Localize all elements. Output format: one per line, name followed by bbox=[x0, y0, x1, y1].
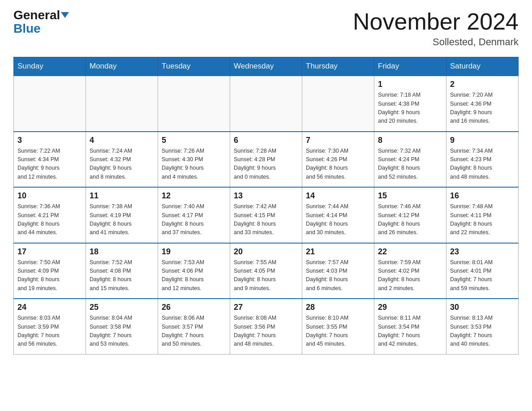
day-number: 19 bbox=[162, 247, 226, 257]
calendar-cell bbox=[302, 76, 374, 132]
calendar-cell: 15Sunrise: 7:46 AM Sunset: 4:12 PM Dayli… bbox=[374, 187, 446, 243]
day-info: Sunrise: 7:40 AM Sunset: 4:17 PM Dayligh… bbox=[162, 202, 226, 237]
day-info: Sunrise: 7:55 AM Sunset: 4:05 PM Dayligh… bbox=[234, 258, 298, 293]
day-info: Sunrise: 8:06 AM Sunset: 3:57 PM Dayligh… bbox=[162, 314, 226, 349]
weekday-header-sunday: Sunday bbox=[14, 57, 86, 76]
day-info: Sunrise: 7:38 AM Sunset: 4:19 PM Dayligh… bbox=[90, 202, 154, 237]
day-number: 15 bbox=[378, 191, 442, 201]
calendar-cell: 14Sunrise: 7:44 AM Sunset: 4:14 PM Dayli… bbox=[302, 187, 374, 243]
day-number: 24 bbox=[17, 303, 82, 312]
day-info: Sunrise: 7:59 AM Sunset: 4:02 PM Dayligh… bbox=[378, 258, 442, 293]
calendar-cell: 29Sunrise: 8:11 AM Sunset: 3:54 PM Dayli… bbox=[374, 299, 446, 354]
calendar-table: SundayMondayTuesdayWednesdayThursdayFrid… bbox=[13, 57, 519, 355]
day-number: 20 bbox=[234, 247, 298, 257]
calendar-cell: 3Sunrise: 7:22 AM Sunset: 4:34 PM Daylig… bbox=[14, 132, 86, 188]
day-info: Sunrise: 7:48 AM Sunset: 4:11 PM Dayligh… bbox=[450, 202, 515, 237]
day-number: 3 bbox=[17, 136, 82, 145]
day-number: 11 bbox=[90, 191, 154, 201]
calendar-cell bbox=[158, 76, 230, 132]
calendar-week-5: 24Sunrise: 8:03 AM Sunset: 3:59 PM Dayli… bbox=[14, 299, 519, 354]
day-number: 28 bbox=[306, 303, 370, 312]
calendar-cell: 19Sunrise: 7:53 AM Sunset: 4:06 PM Dayli… bbox=[158, 243, 230, 299]
day-info: Sunrise: 8:13 AM Sunset: 3:53 PM Dayligh… bbox=[450, 314, 515, 349]
day-number: 22 bbox=[378, 247, 442, 257]
day-info: Sunrise: 7:57 AM Sunset: 4:03 PM Dayligh… bbox=[306, 258, 370, 293]
day-info: Sunrise: 7:44 AM Sunset: 4:14 PM Dayligh… bbox=[306, 202, 370, 237]
calendar-cell: 13Sunrise: 7:42 AM Sunset: 4:15 PM Dayli… bbox=[230, 187, 302, 243]
location-subtitle: Sollested, Denmark bbox=[353, 36, 519, 48]
day-number: 9 bbox=[450, 136, 515, 145]
calendar-cell: 24Sunrise: 8:03 AM Sunset: 3:59 PM Dayli… bbox=[14, 299, 86, 354]
calendar-cell: 4Sunrise: 7:24 AM Sunset: 4:32 PM Daylig… bbox=[86, 132, 158, 188]
calendar-cell: 11Sunrise: 7:38 AM Sunset: 4:19 PM Dayli… bbox=[86, 187, 158, 243]
day-number: 10 bbox=[17, 191, 82, 201]
day-info: Sunrise: 7:36 AM Sunset: 4:21 PM Dayligh… bbox=[17, 202, 82, 237]
day-number: 18 bbox=[90, 247, 154, 257]
day-info: Sunrise: 7:42 AM Sunset: 4:15 PM Dayligh… bbox=[234, 202, 298, 237]
day-number: 17 bbox=[17, 247, 82, 257]
weekday-header-tuesday: Tuesday bbox=[158, 57, 230, 76]
day-number: 25 bbox=[90, 303, 154, 312]
calendar-week-3: 10Sunrise: 7:36 AM Sunset: 4:21 PM Dayli… bbox=[14, 187, 519, 243]
weekday-header-friday: Friday bbox=[374, 57, 446, 76]
calendar-week-4: 17Sunrise: 7:50 AM Sunset: 4:09 PM Dayli… bbox=[14, 243, 519, 299]
logo-blue-text: Blue bbox=[13, 21, 41, 36]
calendar-cell: 8Sunrise: 7:32 AM Sunset: 4:24 PM Daylig… bbox=[374, 132, 446, 188]
calendar-cell: 2Sunrise: 7:20 AM Sunset: 4:36 PM Daylig… bbox=[446, 76, 519, 132]
day-number: 12 bbox=[162, 191, 226, 201]
calendar-cell bbox=[86, 76, 158, 132]
weekday-header-wednesday: Wednesday bbox=[230, 57, 302, 76]
day-number: 7 bbox=[306, 136, 370, 145]
title-block: November 2024 Sollested, Denmark bbox=[353, 9, 519, 48]
calendar-cell: 12Sunrise: 7:40 AM Sunset: 4:17 PM Dayli… bbox=[158, 187, 230, 243]
day-number: 13 bbox=[234, 191, 298, 201]
calendar-cell: 5Sunrise: 7:26 AM Sunset: 4:30 PM Daylig… bbox=[158, 132, 230, 188]
calendar-cell bbox=[230, 76, 302, 132]
calendar-week-2: 3Sunrise: 7:22 AM Sunset: 4:34 PM Daylig… bbox=[14, 132, 519, 188]
day-info: Sunrise: 7:20 AM Sunset: 4:36 PM Dayligh… bbox=[450, 91, 515, 126]
day-info: Sunrise: 8:03 AM Sunset: 3:59 PM Dayligh… bbox=[17, 314, 82, 349]
calendar-cell: 9Sunrise: 7:34 AM Sunset: 4:23 PM Daylig… bbox=[446, 132, 519, 188]
calendar-cell: 7Sunrise: 7:30 AM Sunset: 4:26 PM Daylig… bbox=[302, 132, 374, 188]
logo: General Blue bbox=[13, 9, 69, 36]
calendar-week-1: 1Sunrise: 7:18 AM Sunset: 4:38 PM Daylig… bbox=[14, 76, 519, 132]
day-info: Sunrise: 8:10 AM Sunset: 3:55 PM Dayligh… bbox=[306, 314, 370, 349]
calendar-cell: 10Sunrise: 7:36 AM Sunset: 4:21 PM Dayli… bbox=[14, 187, 86, 243]
day-number: 23 bbox=[450, 247, 515, 257]
calendar-cell: 6Sunrise: 7:28 AM Sunset: 4:28 PM Daylig… bbox=[230, 132, 302, 188]
calendar-cell: 27Sunrise: 8:08 AM Sunset: 3:56 PM Dayli… bbox=[230, 299, 302, 354]
day-info: Sunrise: 7:22 AM Sunset: 4:34 PM Dayligh… bbox=[17, 147, 82, 182]
day-info: Sunrise: 7:34 AM Sunset: 4:23 PM Dayligh… bbox=[450, 147, 515, 182]
day-number: 29 bbox=[378, 303, 442, 312]
day-number: 21 bbox=[306, 247, 370, 257]
day-number: 30 bbox=[450, 303, 515, 312]
day-info: Sunrise: 8:11 AM Sunset: 3:54 PM Dayligh… bbox=[378, 314, 442, 349]
calendar-cell: 22Sunrise: 7:59 AM Sunset: 4:02 PM Dayli… bbox=[374, 243, 446, 299]
page-header: General Blue November 2024 Sollested, De… bbox=[13, 9, 519, 48]
month-title: November 2024 bbox=[353, 9, 519, 34]
weekday-header-monday: Monday bbox=[86, 57, 158, 76]
day-info: Sunrise: 7:50 AM Sunset: 4:09 PM Dayligh… bbox=[17, 258, 82, 293]
weekday-header-saturday: Saturday bbox=[446, 57, 519, 76]
day-info: Sunrise: 7:30 AM Sunset: 4:26 PM Dayligh… bbox=[306, 147, 370, 182]
logo-text: General bbox=[13, 9, 69, 21]
day-number: 2 bbox=[450, 80, 515, 89]
day-number: 16 bbox=[450, 191, 515, 201]
day-info: Sunrise: 8:01 AM Sunset: 4:01 PM Dayligh… bbox=[450, 258, 515, 293]
calendar-cell: 17Sunrise: 7:50 AM Sunset: 4:09 PM Dayli… bbox=[14, 243, 86, 299]
calendar-cell: 18Sunrise: 7:52 AM Sunset: 4:08 PM Dayli… bbox=[86, 243, 158, 299]
day-number: 8 bbox=[378, 136, 442, 145]
day-number: 6 bbox=[234, 136, 298, 145]
day-number: 27 bbox=[234, 303, 298, 312]
calendar-header-row: SundayMondayTuesdayWednesdayThursdayFrid… bbox=[14, 57, 519, 76]
calendar-cell: 23Sunrise: 8:01 AM Sunset: 4:01 PM Dayli… bbox=[446, 243, 519, 299]
calendar-cell: 28Sunrise: 8:10 AM Sunset: 3:55 PM Dayli… bbox=[302, 299, 374, 354]
calendar-cell: 26Sunrise: 8:06 AM Sunset: 3:57 PM Dayli… bbox=[158, 299, 230, 354]
day-info: Sunrise: 8:08 AM Sunset: 3:56 PM Dayligh… bbox=[234, 314, 298, 349]
weekday-header-thursday: Thursday bbox=[302, 57, 374, 76]
calendar-cell: 16Sunrise: 7:48 AM Sunset: 4:11 PM Dayli… bbox=[446, 187, 519, 243]
day-info: Sunrise: 7:28 AM Sunset: 4:28 PM Dayligh… bbox=[234, 147, 298, 182]
day-info: Sunrise: 7:24 AM Sunset: 4:32 PM Dayligh… bbox=[90, 147, 154, 182]
day-info: Sunrise: 7:32 AM Sunset: 4:24 PM Dayligh… bbox=[378, 147, 442, 182]
calendar-cell: 20Sunrise: 7:55 AM Sunset: 4:05 PM Dayli… bbox=[230, 243, 302, 299]
